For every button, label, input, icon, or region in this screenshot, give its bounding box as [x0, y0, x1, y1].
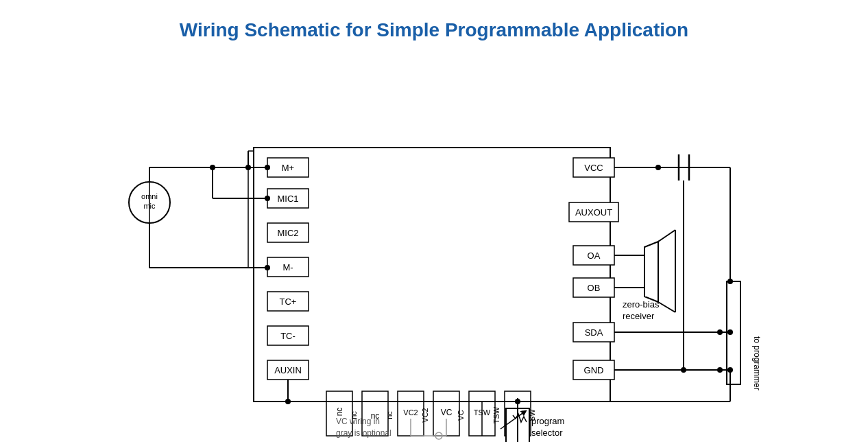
svg-text:nc: nc: [385, 411, 394, 419]
svg-text:zero-bias: zero-bias: [623, 299, 660, 310]
svg-text:TC-: TC-: [280, 331, 296, 341]
svg-point-103: [285, 399, 291, 404]
svg-text:TSW: TSW: [492, 406, 501, 423]
svg-text:TC+: TC+: [280, 296, 297, 307]
svg-point-52: [265, 165, 270, 170]
svg-text:VC2: VC2: [403, 408, 418, 417]
svg-text:MIC2: MIC2: [277, 228, 298, 238]
svg-text:selector: selector: [531, 428, 563, 438]
svg-point-116: [515, 399, 520, 404]
svg-text:OB: OB: [588, 283, 601, 293]
svg-text:MIC1: MIC1: [277, 194, 298, 204]
svg-text:VC wiring in: VC wiring in: [336, 417, 380, 426]
svg-text:M+: M+: [282, 163, 294, 173]
svg-text:program: program: [531, 416, 564, 426]
svg-text:nc: nc: [335, 408, 344, 417]
svg-marker-73: [644, 242, 658, 302]
svg-text:AUXOUT: AUXOUT: [575, 207, 612, 218]
svg-text:VC: VC: [441, 408, 453, 417]
svg-text:M-: M-: [282, 262, 293, 272]
svg-text:GND: GND: [584, 365, 604, 375]
svg-text:gray is optional: gray is optional: [336, 428, 391, 438]
page-title: Wiring Schematic for Simple Programmable…: [0, 0, 868, 48]
schematic-container: M+ MIC1 MIC2 M- TC+ TC- AUXIN VCC AUXOUT…: [0, 48, 868, 442]
svg-text:receiver: receiver: [623, 311, 655, 321]
svg-point-89: [727, 279, 733, 284]
svg-text:VCC: VCC: [584, 163, 603, 173]
svg-text:VC: VC: [457, 410, 465, 420]
svg-line-74: [658, 230, 675, 242]
svg-point-91: [727, 329, 733, 335]
svg-text:VC2: VC2: [421, 408, 429, 422]
svg-point-60: [265, 265, 270, 270]
svg-line-75: [658, 302, 675, 312]
svg-text:OA: OA: [588, 251, 601, 261]
svg-text:SDA: SDA: [585, 327, 603, 338]
svg-text:to programmer: to programmer: [752, 336, 762, 391]
svg-point-56: [265, 196, 270, 201]
svg-text:AUXIN: AUXIN: [274, 365, 302, 375]
